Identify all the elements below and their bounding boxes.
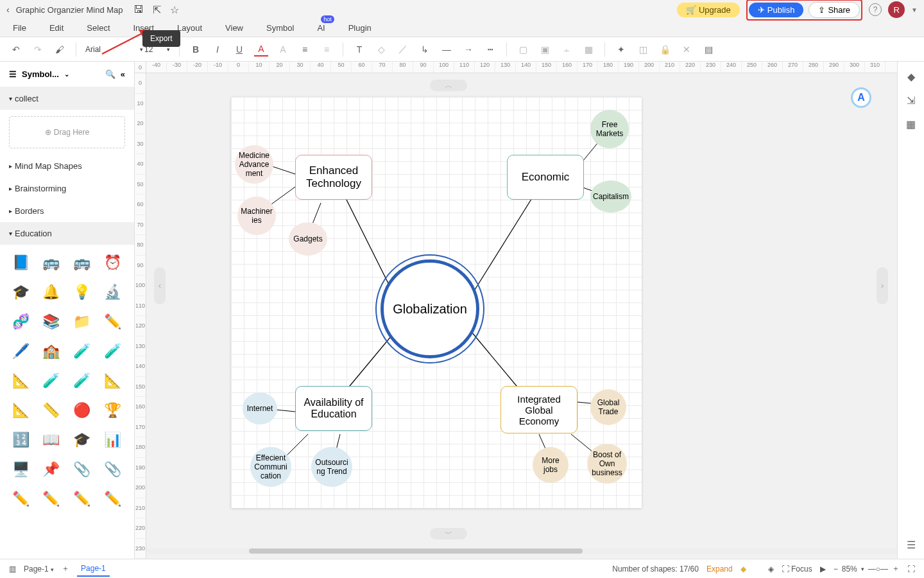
layers-icon[interactable]: ◈: [768, 565, 774, 574]
symbol-item[interactable]: 📐: [8, 368, 33, 394]
menu-view[interactable]: View: [225, 23, 243, 33]
leaf-communication[interactable]: Effecient Communi cation: [250, 447, 291, 487]
zoom-out-icon[interactable]: −: [834, 565, 838, 574]
leaf-more-jobs[interactable]: More jobs: [533, 447, 569, 483]
sparkle-icon[interactable]: ✦: [614, 42, 628, 57]
expand-link[interactable]: Expand: [706, 565, 733, 574]
search-icon[interactable]: 🔍: [105, 69, 116, 79]
symbol-item[interactable]: 📌: [38, 457, 64, 482]
menu-file[interactable]: File: [13, 23, 26, 33]
focus-button[interactable]: ⛶ Focus: [782, 565, 812, 574]
line-spacing-icon[interactable]: ≡: [320, 42, 334, 57]
dropdown-icon[interactable]: ⌄: [64, 71, 69, 78]
symbol-item[interactable]: 📘: [8, 250, 33, 276]
dash-style-icon[interactable]: ┅: [483, 42, 497, 57]
symbol-item[interactable]: 🧪: [38, 368, 64, 394]
grid-panel-icon[interactable]: ▦: [906, 118, 916, 130]
leaf-capitalism[interactable]: Capitalism: [590, 180, 631, 213]
canvas-nav-down[interactable]: ﹀: [430, 528, 467, 539]
star-icon[interactable]: ☆: [170, 4, 179, 16]
symbol-item[interactable]: 🔴: [69, 398, 95, 423]
symbol-item[interactable]: 📚: [38, 309, 64, 335]
font-name-select[interactable]: Arial▾: [85, 45, 143, 54]
page-tab[interactable]: Page-1: [77, 561, 110, 577]
symbol-item[interactable]: 📐: [8, 398, 33, 423]
symbol-item[interactable]: 🎓: [69, 427, 95, 453]
upgrade-button[interactable]: 🛒 Upgrade: [677, 3, 740, 17]
page-selector[interactable]: Page-1 ▾: [24, 565, 54, 574]
connector-icon[interactable]: ↳: [418, 42, 432, 57]
font-color-icon[interactable]: A: [254, 42, 268, 57]
menu-layout[interactable]: Layout: [177, 23, 202, 33]
avatar[interactable]: R: [888, 1, 905, 18]
leaf-gadgets[interactable]: Gadgets: [289, 222, 327, 256]
symbol-item[interactable]: 🔔: [38, 279, 64, 305]
menu-plugin[interactable]: Plugin: [348, 23, 372, 33]
symbol-item[interactable]: 📎: [99, 457, 125, 482]
add-page-icon[interactable]: ＋: [62, 563, 69, 574]
canvas-nav-right[interactable]: ›: [877, 267, 888, 304]
symbol-item[interactable]: 🔬: [99, 279, 125, 305]
undo-icon[interactable]: ↶: [9, 42, 23, 57]
help-icon[interactable]: ?: [869, 3, 882, 16]
symbol-item[interactable]: 🏆: [99, 398, 125, 423]
section-mindmap[interactable]: ▸Mind Map Shapes: [0, 155, 134, 177]
symbol-item[interactable]: 📊: [99, 427, 125, 453]
leaf-outsourcing[interactable]: Outsourci ng Trend: [311, 447, 352, 487]
library-icon[interactable]: ☰: [9, 69, 17, 79]
style-panel-icon[interactable]: ◆: [907, 71, 915, 83]
section-education[interactable]: ▾Education: [0, 222, 134, 245]
underline-icon[interactable]: U: [232, 42, 246, 57]
symbol-item[interactable]: 🖥️: [8, 457, 33, 482]
layout-panel-icon[interactable]: ▤: [701, 42, 715, 57]
symbol-item[interactable]: 🧪: [69, 368, 95, 394]
node-economic[interactable]: Economic: [507, 155, 584, 200]
leaf-global-trade[interactable]: Global Trade: [590, 389, 626, 425]
highlight-icon[interactable]: A: [276, 42, 290, 57]
bold-icon[interactable]: B: [189, 42, 203, 57]
redo-icon[interactable]: ↷: [31, 42, 45, 57]
fullscreen-icon[interactable]: ⛶: [907, 565, 915, 574]
section-brainstorming[interactable]: ▸Brainstorming: [0, 177, 134, 200]
avatar-menu-caret[interactable]: ▼: [911, 6, 918, 13]
symbol-item[interactable]: ✏️: [99, 309, 125, 335]
save-icon[interactable]: 🖫: [133, 4, 144, 16]
symbol-item[interactable]: 📁: [69, 309, 95, 335]
section-borders[interactable]: ▸Borders: [0, 200, 134, 222]
zoom-slider[interactable]: —○—: [868, 565, 888, 574]
symbol-item[interactable]: ✏️: [38, 486, 64, 512]
center-node[interactable]: Globalization: [381, 259, 479, 358]
settings-strip-icon[interactable]: ☰: [907, 539, 916, 551]
symbol-item[interactable]: 🚌: [38, 250, 64, 276]
leaf-internet[interactable]: Internet: [243, 392, 277, 425]
symbol-item[interactable]: 🧪: [69, 338, 95, 364]
section-collect[interactable]: ▾collect: [0, 87, 134, 110]
export-panel-icon[interactable]: ⇲: [907, 94, 915, 107]
distribute-icon[interactable]: ▦: [581, 42, 595, 57]
symbol-item[interactable]: ⏰: [99, 250, 125, 276]
node-global-economy[interactable]: Integrated Global Economy: [501, 386, 578, 434]
group-icon[interactable]: ▢: [516, 42, 530, 57]
canvas[interactable]: 0 -40-30-20-1001020304050607080901001101…: [135, 62, 897, 559]
node-education[interactable]: Availability of Education: [295, 386, 372, 431]
symbol-item[interactable]: 🔢: [8, 427, 33, 453]
fill-icon[interactable]: ◇: [374, 42, 388, 57]
arrow-style-icon[interactable]: →: [461, 42, 475, 57]
format-painter-icon[interactable]: 🖌: [53, 42, 67, 57]
symbol-item[interactable]: 📏: [38, 398, 64, 423]
page[interactable]: Globalization Enhanced Technology Medici…: [231, 97, 642, 508]
horizontal-scrollbar[interactable]: [146, 548, 897, 554]
pages-icon[interactable]: ▥: [9, 565, 16, 574]
leaf-machineries[interactable]: Machiner ies: [237, 197, 276, 235]
symbol-item[interactable]: ✏️: [69, 486, 95, 512]
symbol-item[interactable]: 🚌: [69, 250, 95, 276]
node-tech[interactable]: Enhanced Technology: [295, 155, 372, 200]
premium-icon[interactable]: ◆: [740, 565, 746, 574]
play-icon[interactable]: ▶: [820, 565, 826, 574]
symbol-item[interactable]: 📐: [99, 368, 125, 394]
symbol-item[interactable]: ✏️: [8, 486, 33, 512]
leaf-boost-business[interactable]: Boost of Own business: [587, 444, 627, 484]
symbol-item[interactable]: 🎓: [8, 279, 33, 305]
zoom-in-icon[interactable]: ＋: [892, 563, 900, 574]
lock-icon[interactable]: 🔒: [658, 42, 672, 57]
